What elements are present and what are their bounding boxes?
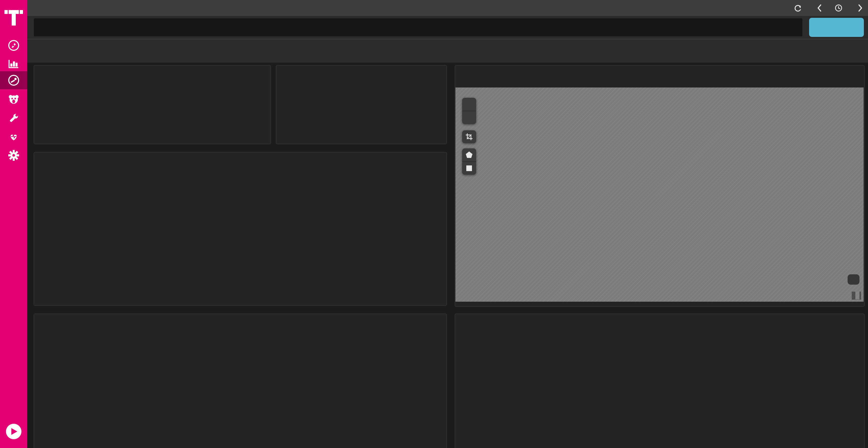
heartbeat-icon — [7, 131, 20, 143]
sidebar-collapse-button[interactable] — [0, 421, 27, 442]
panel-protocols-histogram — [34, 314, 447, 448]
map-count-legend — [847, 274, 860, 285]
crop-fit-button[interactable] — [462, 130, 476, 143]
time-forward-button[interactable] — [857, 4, 863, 12]
square-icon — [465, 164, 473, 172]
sidebar-item-dev-tools[interactable] — [0, 109, 27, 128]
panel-attacks-metric — [276, 65, 447, 144]
sidebar-item-discover[interactable] — [0, 36, 27, 55]
clock-icon — [834, 4, 843, 12]
panel-country-histogram — [455, 314, 865, 448]
search-bar-row — [27, 16, 868, 39]
polygon-tool-button[interactable] — [462, 148, 476, 161]
rectangle-tool-button[interactable] — [462, 161, 476, 175]
wrench-icon — [8, 112, 20, 124]
refresh-cycle-icon — [794, 4, 802, 12]
gear-icon — [8, 149, 20, 161]
sidebar — [0, 0, 27, 448]
map-fit-control — [462, 130, 476, 143]
sidebar-item-dashboard[interactable] — [0, 71, 27, 89]
gauge-icon — [8, 74, 20, 86]
t-mobile-logo[interactable] — [0, 4, 27, 27]
compass-icon — [8, 39, 20, 51]
sidebar-item-monitoring[interactable] — [0, 128, 27, 146]
filter-bar — [27, 39, 868, 63]
map-zoom-controls — [462, 98, 476, 124]
play-circle-icon — [5, 423, 22, 440]
refresh-button[interactable] — [809, 18, 864, 37]
map-draw-controls — [462, 148, 476, 175]
world-map[interactable] — [456, 88, 864, 302]
sidebar-item-visualize[interactable] — [0, 55, 27, 73]
crop-icon — [465, 133, 473, 141]
top-nav-bar — [27, 0, 868, 16]
panel-attacks-histogram — [34, 152, 447, 306]
time-picker-button[interactable] — [834, 4, 845, 12]
t-logo-icon — [4, 4, 23, 27]
top-nav-menu — [747, 4, 863, 12]
metric-unique-src-ips — [377, 97, 437, 99]
panel-attacks-bar — [34, 65, 271, 144]
chevron-left-icon — [816, 4, 823, 12]
time-back-button[interactable] — [816, 4, 823, 12]
zoom-in-button[interactable] — [462, 98, 476, 111]
chevron-right-icon — [857, 4, 863, 12]
bar-chart-icon — [8, 58, 20, 70]
sidebar-item-management[interactable] — [0, 146, 27, 165]
map-attribution — [852, 291, 861, 300]
sidebar-item-timelion[interactable] — [0, 90, 27, 109]
metric-attacks — [292, 97, 377, 99]
lion-icon — [7, 94, 20, 106]
zoom-out-button[interactable] — [462, 111, 476, 124]
panel-attack-map — [455, 65, 865, 307]
elastic-maps-service-link[interactable] — [855, 291, 860, 299]
auto-refresh-button[interactable] — [794, 4, 804, 12]
search-input[interactable] — [34, 18, 802, 36]
kibana-dashboard-screen — [0, 0, 868, 448]
pentagon-icon — [465, 151, 473, 159]
